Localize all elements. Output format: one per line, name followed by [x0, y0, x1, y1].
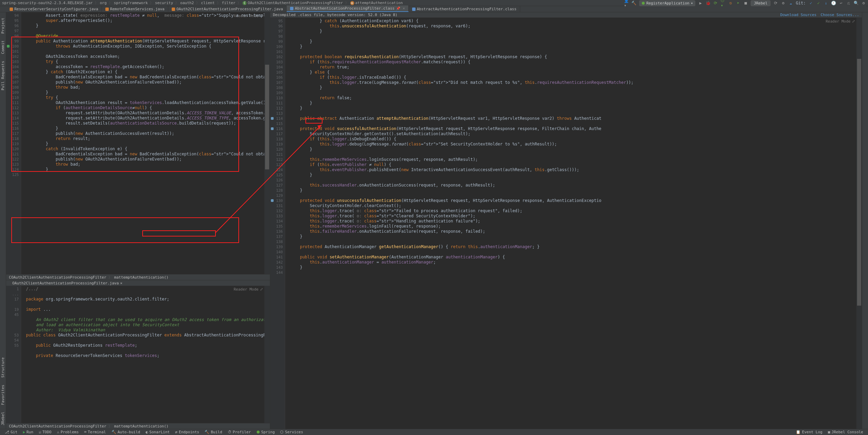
terminal-icon: ⌨	[84, 430, 87, 434]
main-toolbar: 👤▾ 🔨 ⬢ RegisterApplication ▾ ▶ 🐞 ⟳ ⏱▾ ⎋ …	[624, 0, 866, 6]
minimap[interactable]	[856, 18, 862, 429]
git-revert-icon[interactable]: ↩	[839, 1, 843, 5]
stop-icon[interactable]: ■	[743, 1, 748, 5]
close-icon[interactable]: ×	[403, 7, 405, 10]
run-icon: ▶	[23, 430, 25, 434]
code-area[interactable]: /.../package org.springframework.securit…	[21, 286, 264, 423]
editor-top-left[interactable]: Reader Mode ⤢ 94959697989910010110210310…	[6, 12, 270, 274]
breadcrumb-jar[interactable]: spring-security-oauth2-2.3.4.RELEASE.jar	[2, 1, 93, 5]
ide-settings-icon[interactable]: ⚙	[861, 1, 866, 5]
java-file-icon	[105, 8, 109, 11]
git-update-icon[interactable]: ↓	[824, 1, 828, 5]
left-tab-favorites[interactable]: Favorites	[0, 381, 6, 409]
status-run[interactable]: ▶Run	[20, 430, 36, 434]
spring-leaf-icon: ⬢	[642, 1, 645, 5]
left-tool-strip: Project Commit Pull Requests Structure F…	[0, 12, 6, 429]
left-tab-structure[interactable]: Structure	[0, 354, 6, 381]
run-config-selector[interactable]: ⬢ RegisterApplication ▾	[639, 0, 695, 6]
left-editor-column: Reader Mode ⤢ 94959697989910010110210310…	[6, 12, 270, 429]
pin-icon[interactable]: 📌	[396, 7, 400, 10]
spring-icon: ⬢	[257, 430, 260, 434]
tab-2[interactable]: RemoteTokenServices.java	[102, 6, 168, 12]
left-tab-jrebel[interactable]: JRebel	[0, 408, 6, 429]
attach-icon[interactable]: ⎋	[728, 1, 733, 5]
profile-icon[interactable]: ⏱▾	[721, 1, 725, 5]
status-bar: ⎇Git ▶Run ☑TODO ⚠Problems ⌨Terminal 🔨Aut…	[0, 429, 868, 435]
banner-text: Decompiled .class file, bytecode version…	[273, 13, 397, 17]
git-history-icon[interactable]: 🕘	[831, 1, 836, 5]
problems-icon: ⚠	[57, 430, 60, 434]
gutter[interactable]: 1...171945535455	[6, 286, 21, 423]
status-endpoints[interactable]: ⇄Endpoints	[172, 430, 202, 434]
download-sources-link[interactable]: Download Sources	[780, 13, 816, 17]
hammer-icon[interactable]: 🔨	[632, 1, 636, 5]
run-icon[interactable]: ▶	[698, 1, 703, 5]
left-tab-project[interactable]: Project	[0, 14, 6, 37]
services-icon: ⬡	[280, 430, 284, 434]
status-git[interactable]: ⎇Git	[2, 430, 20, 434]
choose-sources-link[interactable]: Choose Sources...	[820, 13, 859, 17]
status-jrebel-console[interactable]: ▣JRebel Console	[825, 430, 866, 434]
code-area[interactable]: Assert.state( expression: restTemplate ≠…	[21, 12, 264, 274]
status-build[interactable]: 🔨Build	[202, 430, 225, 434]
git-branch-icon[interactable]: ✓	[808, 1, 813, 5]
tab-3[interactable]: OAuth2ClientAuthenticationProcessingFilt…	[168, 6, 287, 12]
java-file-icon	[10, 8, 13, 11]
user-icon[interactable]: 👤▾	[624, 1, 629, 5]
minimap[interactable]	[264, 12, 270, 274]
navigate-back-icon[interactable]: ⎌	[846, 1, 851, 5]
left-tab-pull-requests[interactable]: Pull Requests	[0, 57, 6, 94]
status-sonarlint[interactable]: ◐SonarLint	[143, 430, 172, 434]
git-label: Git:	[796, 1, 806, 5]
status-todo[interactable]: ☑TODO	[36, 430, 54, 434]
tab-1[interactable]: ResourceServerSecurityConfigurer.java	[6, 6, 102, 12]
class-icon: C	[9, 275, 11, 280]
class-file-icon	[412, 8, 416, 11]
code-area[interactable]: } catch (AuthenticationException var6) {…	[285, 18, 856, 429]
status-spring[interactable]: ⬢Spring	[254, 430, 278, 434]
status-services[interactable]: ⬡Services	[277, 430, 306, 434]
method-icon: m	[114, 275, 117, 280]
git-commit-icon[interactable]: ✓	[816, 1, 821, 5]
minimap[interactable]	[264, 286, 270, 423]
editor-tabs: ResourceServerSecurityConfigurer.java Re…	[0, 6, 868, 12]
right-editor-column: Decompiled .class file, bytecode version…	[270, 12, 862, 429]
sonar-icon: ◐	[146, 430, 148, 434]
todo-icon: ☑	[39, 430, 41, 434]
method-icon: m	[114, 424, 117, 428]
gutter[interactable]: 9596979899100101102103104105106107108109…	[270, 18, 285, 429]
status-eventlog[interactable]: 📋Event Log	[793, 430, 825, 434]
status-problems[interactable]: ⚠Problems	[54, 430, 82, 434]
class-icon: C	[9, 424, 11, 428]
gutter[interactable]: 9495969798991001011021031041051061071081…	[6, 12, 21, 274]
sub-tab[interactable]: OAuth2ClientAuthenticationProcessingFilt…	[8, 281, 126, 286]
main-split: Reader Mode ⤢ 94959697989910010110210310…	[6, 12, 862, 429]
debug-icon[interactable]: 🐞	[706, 1, 710, 5]
decompiled-banner: Decompiled .class file, bytecode version…	[270, 12, 862, 18]
endpoints-icon: ⇄	[175, 430, 177, 434]
search-everywhere-icon[interactable]: 🔍	[854, 1, 858, 5]
editor-breadcrumb-bottom: C OAuth2ClientAuthenticationProcessingFi…	[6, 423, 270, 429]
editor-right[interactable]: Reader Mode ⤢ 95969798991001011021031041…	[270, 18, 862, 429]
close-icon[interactable]: ×	[120, 281, 122, 285]
jrebel-button[interactable]: JRebel	[751, 0, 771, 6]
jr-refresh-icon[interactable]: ⟳	[773, 1, 778, 5]
class-file-icon	[290, 7, 293, 10]
tab-5[interactable]: AbstractAuthenticationProcessingFilter.c…	[409, 6, 520, 12]
jr-cloud-icon[interactable]: ☁	[788, 1, 793, 5]
left-tab-commit[interactable]: Commit	[0, 37, 6, 57]
jr-settings-icon[interactable]: ⚙	[781, 1, 786, 5]
editor-breadcrumb-top: C OAuth2ClientAuthenticationProcessingFi…	[6, 274, 270, 280]
coverage-icon[interactable]: ⟳	[713, 1, 718, 5]
right-tool-strip	[862, 12, 868, 429]
build-icon: 🔨	[205, 430, 209, 434]
sub-editor-tabs: OAuth2ClientAuthenticationProcessingFilt…	[6, 280, 270, 286]
method-icon: m	[350, 1, 354, 5]
status-autobuild[interactable]: 🔨Auto-build	[109, 430, 143, 434]
editor-bottom-left[interactable]: Reader Mode ⤢ 1...171945535455 /.../pack…	[6, 286, 270, 423]
jr-icon[interactable]: ➤	[736, 1, 740, 5]
status-terminal[interactable]: ⌨Terminal	[81, 430, 109, 434]
java-file-icon	[172, 8, 175, 11]
status-profiler[interactable]: ⏱Profiler	[225, 430, 254, 434]
tab-4[interactable]: AbstractAuthenticationProcessingFilter.c…	[287, 5, 408, 12]
